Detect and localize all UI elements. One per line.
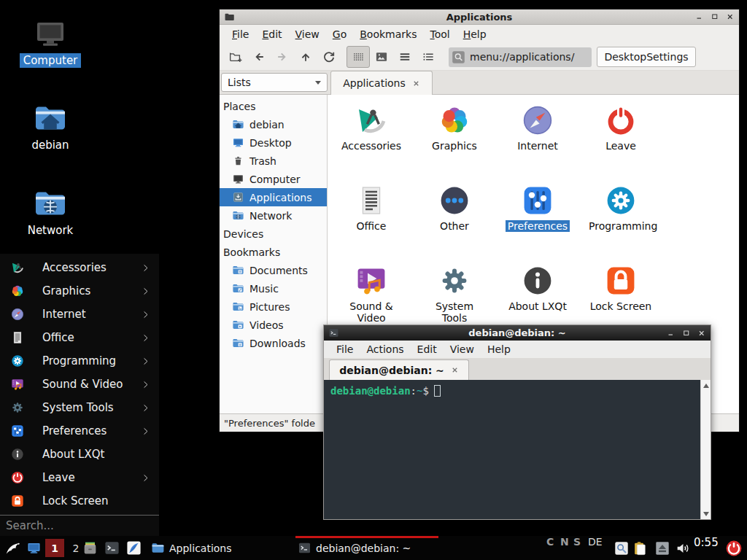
filemanager-titlebar[interactable]: Applications [220,9,739,25]
address-bar[interactable]: menu://applications/ [449,47,592,67]
app-item-leave[interactable]: Leave [579,98,662,179]
tab-applications[interactable]: Applications [330,71,433,95]
menu-item-about-lxqt[interactable]: About LXQt [0,443,159,466]
reload-button[interactable] [317,46,341,68]
folder-music-icon [232,282,244,295]
menu-item-internet[interactable]: Internet [0,303,159,326]
app-item-office[interactable]: Office [330,179,413,259]
icon-view-button[interactable] [347,46,370,68]
scrollbar[interactable] [700,380,711,519]
desktop-settings-button[interactable]: DesktopSettings [597,47,696,67]
task-button-applications[interactable]: Applications [149,536,251,560]
quicklaunch-featherpad[interactable] [125,540,142,556]
compact-view-button[interactable] [393,46,417,68]
menu-item-programming[interactable]: Programming [0,349,159,373]
qterminal-icon [298,541,311,555]
app-item-accessories[interactable]: Accessories [330,98,413,179]
sidebar-item-downloads[interactable]: Downloads [220,334,327,352]
menu-view[interactable]: View [444,343,481,355]
folder-documents-icon [232,264,244,276]
menu-item-office[interactable]: Office [0,326,159,349]
keyboard-layout[interactable]: DE [588,536,610,549]
app-item-internet[interactable]: Internet [496,98,579,179]
sidebar-item-desktop[interactable]: Desktop [220,133,327,152]
menu-item-system-tools[interactable]: System Tools [0,396,159,419]
chevron-right-icon [141,357,150,366]
graphics-icon [10,284,25,298]
menu-view[interactable]: View [289,28,326,40]
sidebar-item-network[interactable]: Network [220,206,327,225]
menu-bookmarks[interactable]: Bookmarks [353,28,423,40]
clipboard-tray-icon[interactable] [632,540,648,556]
menu-search-input[interactable]: Search... [0,515,159,536]
maximize-button[interactable] [682,329,691,338]
start-menu-button[interactable] [4,539,23,558]
sidebar-item-debian[interactable]: debian [220,115,327,133]
sidebar-item-music[interactable]: Music [220,279,327,298]
power-button[interactable] [724,539,743,558]
speaker-tray-icon[interactable] [675,540,691,556]
sidebar-item-label: Documents [249,265,308,276]
sidebar-item-applications[interactable]: Applications [220,188,327,206]
app-item-other[interactable]: Other [413,179,496,259]
sidebar-mode-combo[interactable]: Lists [221,73,328,92]
show-desktop-icon [232,136,244,149]
menu-go[interactable]: Go [326,28,353,40]
menu-item-leave[interactable]: Leave [0,466,159,489]
sidebar-item-documents[interactable]: Documents [220,261,327,279]
menu-item-lock-screen[interactable]: Lock Screen [0,489,159,513]
close-button[interactable] [726,12,735,21]
thumbnail-view-button[interactable] [370,46,393,68]
desktop-icon-debian[interactable]: debian [15,101,85,152]
menu-file[interactable]: File [330,343,360,355]
app-item-graphics[interactable]: Graphics [413,98,496,179]
sidebar-item-videos[interactable]: Videos [220,316,327,334]
folder-home-icon [33,101,68,136]
tab-close-icon[interactable] [412,79,420,88]
quicklaunch-qterminal[interactable] [104,540,120,556]
menu-edit[interactable]: Edit [255,28,288,40]
menu-item-graphics[interactable]: Graphics [0,279,159,303]
app-item-preferences[interactable]: Preferences [496,179,579,259]
desktop-icon-network[interactable]: Network [15,186,85,238]
sidebar-item-trash[interactable]: Trash [220,152,327,170]
detailed-view-button[interactable] [417,46,440,68]
tab-close-icon[interactable] [451,366,459,374]
screenshot-tray-icon[interactable] [614,540,630,556]
task-button-debian-debian[interactable]: debian@debian: ~ [295,536,438,560]
menu-help[interactable]: Help [457,28,493,40]
desktop-icon-computer[interactable]: Computer [15,16,85,68]
terminal-tab[interactable]: debian@debian: ~ [329,359,469,380]
terminal-titlebar[interactable]: debian@debian: ~ [324,325,711,341]
quicklaunch-file-cabinet[interactable] [82,540,98,556]
menu-item-sound-video[interactable]: Sound & Video [0,373,159,396]
new-tab-button[interactable] [224,46,247,68]
scroll-up-icon[interactable] [701,381,711,390]
menu-file[interactable]: File [225,28,255,40]
app-item-programming[interactable]: Programming [579,179,662,259]
menu-tool[interactable]: Tool [423,28,456,40]
terminal-viewport[interactable]: debian@debian:~$ [324,380,711,519]
forward-button[interactable] [271,46,294,68]
show-desktop-button[interactable] [26,540,42,556]
menu-actions[interactable]: Actions [360,343,410,355]
minimize-button[interactable] [695,12,704,21]
close-button[interactable] [697,329,706,338]
menu-help[interactable]: Help [481,343,517,355]
sidebar-item-computer[interactable]: Computer [220,170,327,188]
sidebar-item-label: Downloads [249,338,306,349]
menu-item-accessories[interactable]: Accessories [0,256,159,279]
maximize-button[interactable] [711,12,719,21]
scroll-down-icon[interactable] [701,509,711,518]
menu-edit[interactable]: Edit [411,343,444,355]
up-button[interactable] [294,46,317,68]
workspace-1[interactable]: 1 [45,539,64,557]
clock[interactable]: 0:55 [694,536,723,549]
menu-item-preferences[interactable]: Preferences [0,419,159,443]
minimize-button[interactable] [667,329,676,338]
window-title: Applications [220,12,739,23]
back-button[interactable] [247,46,271,68]
app-item-label: Office [355,220,389,232]
sidebar-item-pictures[interactable]: Pictures [220,298,327,316]
eject-tray-icon[interactable] [654,540,670,556]
